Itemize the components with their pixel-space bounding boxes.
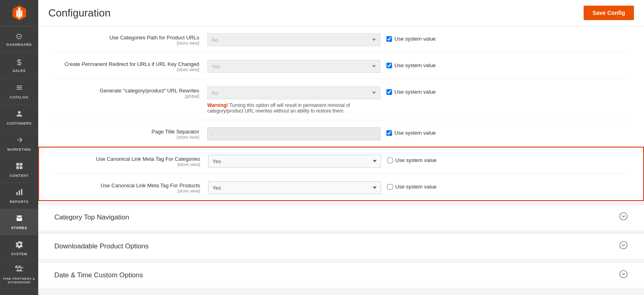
system-value-label: Use system value — [394, 36, 436, 42]
canonical-categories-select[interactable]: Yes No — [208, 155, 381, 168]
label-text: Use Categories Path for Product URLs — [54, 35, 199, 41]
customers-icon — [15, 110, 23, 120]
content-area: Use Categories Path for Product URLs [st… — [38, 26, 644, 295]
svg-rect-7 — [19, 163, 22, 166]
scope-text: [store view] — [54, 67, 199, 72]
collapsible-title: Category Top Navigation — [54, 213, 129, 221]
warning-label: Warning! — [207, 102, 228, 108]
svg-rect-5 — [21, 10, 23, 16]
config-section-main: Use Categories Path for Product URLs [st… — [38, 26, 644, 147]
system-value-checkbox-canonical-prod[interactable] — [387, 184, 393, 190]
svg-rect-11 — [19, 190, 20, 195]
save-config-button[interactable]: Save Config — [584, 6, 634, 20]
find-partners-icon — [15, 265, 23, 275]
dashboard-icon: ⊙ — [16, 31, 23, 41]
scope-text: [store view] — [55, 162, 200, 167]
marketing-icon — [15, 136, 23, 146]
config-input-wrap: No Yes Use system value — [207, 32, 628, 46]
sidebar-item-label: CUSTOMERS — [7, 121, 32, 125]
label-text: Use Canonical Link Meta Tag For Categori… — [55, 156, 200, 162]
sidebar-item-label: STORES — [11, 226, 27, 230]
highlighted-config-section: Use Canonical Link Meta Tag For Categori… — [38, 147, 644, 201]
system-value-wrap: Use system value — [387, 181, 437, 190]
config-label-use-categories-path: Use Categories Path for Product URLs [st… — [54, 32, 207, 45]
sidebar-item-catalog[interactable]: CATALOG — [0, 78, 38, 104]
sidebar-item-dashboard[interactable]: ⊙ DASHBOARD — [0, 26, 38, 52]
config-row-page-title-separator: Page Title Separator [store view] Use sy… — [54, 120, 628, 147]
sales-icon: $ — [17, 58, 21, 67]
system-value-wrap: Use system value — [386, 33, 436, 42]
scope-text: [global] — [54, 94, 199, 98]
config-label-generate-url-rewrites: Generate "category/product" URL Rewrites… — [54, 85, 207, 98]
system-value-checkbox-canonical-cat[interactable] — [387, 158, 393, 163]
system-value-wrap: Use system value — [387, 155, 437, 163]
collapsible-title: Downloadable Product Options — [54, 242, 149, 250]
sidebar: ⊙ DASHBOARD $ SALES CATALOG CUSTOMERS MA… — [0, 0, 38, 295]
canonical-products-select[interactable]: Yes No — [208, 181, 381, 194]
sidebar-item-reports[interactable]: REPORTS — [0, 183, 38, 209]
svg-rect-6 — [16, 163, 19, 166]
main-content: Configuration Save Config Use Categories… — [38, 0, 644, 295]
system-value-checkbox-1[interactable] — [386, 63, 392, 68]
config-row-generate-url-rewrites: Generate "category/product" URL Rewrites… — [54, 79, 628, 120]
generate-url-rewrites-select[interactable]: No Yes — [207, 86, 380, 99]
sidebar-item-label: CONTENT — [10, 174, 29, 178]
config-label-page-title-separator: Page Title Separator [store view] — [54, 126, 207, 139]
config-row-canonical-products: Use Canonical Link Meta Tag For Products… — [55, 174, 627, 200]
sidebar-item-customers[interactable]: CUSTOMERS — [0, 104, 38, 131]
config-row-canonical-categories: Use Canonical Link Meta Tag For Categori… — [55, 148, 627, 174]
permanent-redirect-select[interactable]: Yes No — [207, 60, 380, 73]
sidebar-item-label: REPORTS — [10, 200, 29, 204]
page-title-separator-input[interactable] — [207, 127, 380, 140]
use-categories-path-select[interactable]: No Yes — [207, 33, 380, 46]
sidebar-item-label: DASHBOARD — [6, 43, 32, 47]
svg-point-14 — [620, 242, 627, 249]
system-value-label: Use system value — [395, 157, 437, 163]
sidebar-logo — [0, 0, 38, 26]
system-value-checkbox-2[interactable] — [386, 89, 392, 95]
reports-icon — [15, 188, 23, 198]
config-input-wrap: Use system value — [207, 126, 628, 140]
system-value-label: Use system value — [394, 130, 436, 136]
svg-rect-3 — [18, 8, 20, 18]
page-header: Configuration Save Config — [38, 0, 644, 26]
system-value-wrap: Use system value — [386, 127, 436, 136]
sidebar-item-find-partners[interactable]: FIND PARTNERS & EXTENSIONS — [0, 261, 38, 289]
collapse-icon — [619, 270, 628, 281]
config-input-wrap: Yes No Use system value — [207, 59, 628, 73]
system-value-label: Use system value — [394, 62, 436, 68]
collapsible-header-category-nav[interactable]: Category Top Navigation — [38, 205, 644, 230]
collapse-icon — [619, 212, 628, 223]
system-value-checkbox-3[interactable] — [386, 130, 392, 136]
sidebar-item-label: SYSTEM — [11, 252, 27, 256]
config-input-wrap: Yes No Use system value — [208, 154, 627, 168]
sidebar-item-label: MARKETING — [7, 148, 31, 152]
svg-point-15 — [620, 270, 627, 278]
system-value-checkbox-0[interactable] — [386, 36, 392, 42]
config-label-permanent-redirect: Create Permanent Redirect for URLs if UR… — [54, 59, 207, 72]
sidebar-item-sales[interactable]: $ SALES — [0, 52, 38, 78]
sidebar-item-label: CATALOG — [10, 95, 29, 99]
page-title: Configuration — [48, 7, 111, 19]
sidebar-item-content[interactable]: CONTENT — [0, 157, 38, 183]
svg-rect-4 — [16, 10, 18, 16]
config-input-wrap: No Yes Use system value Warning! Turning… — [207, 85, 628, 114]
system-value-wrap: Use system value — [386, 86, 436, 95]
config-label-canonical-categories: Use Canonical Link Meta Tag For Categori… — [55, 154, 208, 167]
sidebar-item-system[interactable]: SYSTEM — [0, 235, 38, 261]
sidebar-item-stores[interactable]: STORES — [0, 209, 38, 235]
sidebar-item-marketing[interactable]: MARKETING — [0, 131, 38, 157]
warning-text: Turning this option off will result in p… — [207, 102, 350, 114]
label-text: Create Permanent Redirect for URLs if UR… — [54, 61, 199, 67]
collapsible-header-downloadable[interactable]: Downloadable Product Options — [38, 234, 644, 259]
system-icon — [15, 240, 23, 250]
scope-text: [store view] — [54, 135, 199, 139]
label-text: Generate "category/product" URL Rewrites — [54, 88, 199, 94]
svg-rect-10 — [16, 192, 17, 195]
label-text: Page Title Separator — [54, 129, 199, 135]
collapsible-header-datetime[interactable]: Date & Time Custom Options — [38, 262, 644, 288]
sidebar-item-label: SALES — [12, 69, 26, 73]
config-label-canonical-products: Use Canonical Link Meta Tag For Products… — [55, 180, 208, 193]
svg-point-13 — [620, 213, 627, 220]
system-value-wrap: Use system value — [386, 60, 436, 68]
